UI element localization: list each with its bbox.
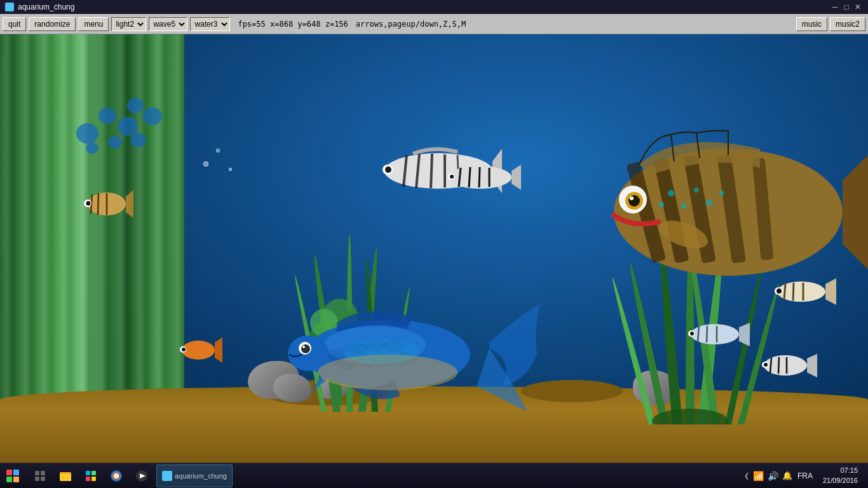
- aquarium-viewport[interactable]: [0, 34, 868, 463]
- wave-select[interactable]: wave5 wave1 wave2 wave3 wave4: [149, 17, 187, 31]
- svg-point-30: [628, 195, 640, 207]
- blue-spot-1: [76, 123, 98, 144]
- svg-point-82: [776, 288, 782, 294]
- svg-point-45: [385, 166, 391, 173]
- status-display: fps=55 x=868 y=648 z=156: [233, 20, 353, 29]
- bubble-2: [216, 149, 220, 152]
- bubble-3: [229, 168, 232, 171]
- svg-line-79: [793, 283, 794, 301]
- fish-far-right: [773, 276, 836, 308]
- water-select[interactable]: water3 water1 water2 water4: [190, 17, 230, 31]
- aquarium-taskbar-item[interactable]: aquarium_chung: [156, 464, 233, 487]
- sys-tray-icons: ❮ 📶 🔊 🔔: [744, 471, 792, 481]
- svg-rect-97: [35, 477, 39, 481]
- music2-button[interactable]: music2: [830, 17, 865, 31]
- tray-chevron[interactable]: ❮: [744, 472, 749, 479]
- language-indicator: FRA: [795, 471, 815, 480]
- taskbar: aquarium_chung ❮ 📶 🔊 🔔 FRA 07:15 21/09/2…: [0, 463, 868, 488]
- svg-point-94: [690, 332, 694, 336]
- svg-point-106: [114, 473, 119, 478]
- toolbar: quit randomize menu light2 light1 light3…: [0, 14, 868, 34]
- blue-spot-7: [127, 98, 144, 113]
- hint-display: arrows,pageup/down,Z,S,M: [356, 20, 794, 29]
- svg-point-76: [343, 339, 419, 364]
- taskbar-pinned-icons: aquarium_chung: [25, 464, 236, 487]
- svg-point-52: [450, 175, 454, 179]
- blue-spot-8: [86, 142, 98, 154]
- svg-line-85: [778, 357, 779, 374]
- svg-line-78: [784, 283, 785, 300]
- svg-point-74: [302, 346, 305, 348]
- volume-icon[interactable]: 🔊: [768, 471, 778, 481]
- bubble-1: [203, 161, 208, 166]
- svg-rect-103: [92, 477, 96, 481]
- music-button[interactable]: music: [796, 17, 827, 31]
- firefox-button[interactable]: [105, 464, 128, 487]
- firefox-icon: [109, 469, 123, 483]
- randomize-button[interactable]: randomize: [29, 17, 76, 31]
- title-bar: aquarium_chung ─ □ ✕: [0, 0, 868, 14]
- menu-button[interactable]: menu: [78, 17, 109, 31]
- svg-point-58: [86, 201, 91, 206]
- aquarium-taskbar-label: aquarium_chung: [175, 472, 227, 480]
- window-title: aquarium_chung: [18, 3, 830, 11]
- zebrafish-2: [445, 161, 521, 193]
- small-fish-left: [83, 187, 133, 222]
- svg-point-34: [694, 187, 699, 193]
- light-select[interactable]: light2 light1 light3: [111, 17, 146, 31]
- svg-rect-96: [41, 471, 45, 475]
- file-explorer-button[interactable]: [54, 464, 77, 487]
- svg-point-31: [630, 196, 634, 200]
- blue-spot-5: [143, 107, 162, 125]
- windows-logo-icon: [6, 470, 19, 482]
- window-controls: ─ □ ✕: [830, 2, 863, 12]
- svg-point-88: [764, 363, 768, 367]
- store-icon: [85, 470, 97, 482]
- start-button[interactable]: [0, 463, 25, 489]
- quit-button[interactable]: quit: [3, 17, 26, 31]
- task-view-button[interactable]: [29, 464, 51, 487]
- aquarium-taskbar-icon: [162, 471, 172, 481]
- store-button[interactable]: [79, 464, 102, 487]
- system-tray: ❮ 📶 🔊 🔔 FRA 07:15 21/09/2016: [739, 466, 868, 485]
- blue-spot-4: [130, 133, 146, 147]
- svg-rect-95: [35, 471, 39, 475]
- svg-rect-101: [92, 471, 96, 475]
- svg-rect-100: [86, 471, 90, 475]
- small-fish-orange: [178, 336, 222, 365]
- svg-line-49: [479, 167, 480, 187]
- svg-rect-98: [41, 477, 45, 481]
- svg-point-37: [659, 202, 664, 207]
- maximize-button[interactable]: □: [841, 2, 851, 12]
- blue-spot-6: [108, 136, 122, 149]
- svg-rect-102: [86, 477, 90, 481]
- svg-point-32: [668, 190, 674, 196]
- svg-point-35: [706, 200, 712, 206]
- fish-top-small: [686, 320, 750, 349]
- notification-icon: 🔔: [782, 471, 792, 480]
- clock-date: 21/09/2016: [823, 476, 858, 485]
- blue-spot-2: [98, 107, 116, 124]
- svg-line-48: [469, 167, 470, 187]
- close-button[interactable]: ✕: [853, 2, 863, 12]
- svg-line-41: [431, 154, 432, 188]
- clock-time: 07:15: [823, 466, 858, 475]
- fish-zebra-small: [760, 351, 817, 380]
- app-icon: [5, 3, 14, 11]
- svg-line-55: [98, 193, 98, 215]
- network-icon: 📶: [753, 471, 764, 481]
- file-explorer-icon: [58, 469, 72, 483]
- svg-point-59: [182, 341, 215, 360]
- svg-point-36: [719, 191, 724, 196]
- betta-fish: [286, 297, 540, 412]
- minimize-button[interactable]: ─: [830, 2, 840, 12]
- svg-line-91: [707, 326, 707, 342]
- svg-point-33: [681, 203, 686, 208]
- svg-point-73: [301, 344, 310, 353]
- svg-point-61: [182, 348, 186, 351]
- media-player-button[interactable]: [130, 464, 153, 487]
- media-player-icon: [135, 469, 149, 483]
- task-view-icon: [34, 470, 46, 482]
- clock-area: 07:15 21/09/2016: [818, 466, 863, 485]
